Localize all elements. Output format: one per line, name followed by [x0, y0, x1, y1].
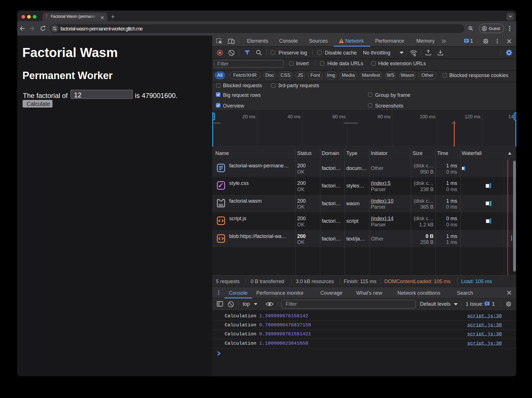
- svg-text:WA: WA: [219, 203, 224, 206]
